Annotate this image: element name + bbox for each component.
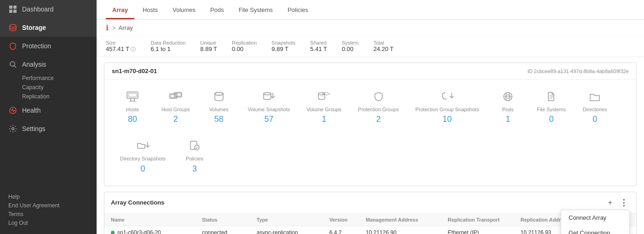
volumes-icon <box>213 91 224 104</box>
pg-snapshots-label: Protection Group Snapshots <box>415 106 479 113</box>
file-systems-icon <box>546 91 557 104</box>
terms-link[interactable]: Terms <box>8 211 88 217</box>
policies-label: Policies <box>186 155 203 162</box>
volume-snapshots-icon <box>263 91 276 104</box>
breadcrumb-icon: ℹ <box>106 23 109 32</box>
pods-icon <box>502 91 513 104</box>
icon-cell-volume-groups[interactable]: Volume Groups 1 <box>298 87 350 129</box>
sidebar-item-health-label: Health <box>22 107 40 114</box>
tab-file-systems[interactable]: File Systems <box>232 0 279 19</box>
connections-header: Array Connections + ⋮ Connect Array Get … <box>104 192 636 214</box>
sidebar-item-analysis[interactable]: Analysis <box>0 55 97 74</box>
sidebar-item-storage-label: Storage <box>22 24 46 31</box>
sidebar-item-protection-label: Protection <box>22 42 51 50</box>
col-header-type: Type <box>257 217 329 223</box>
connect-array-item[interactable]: Connect Array <box>561 210 629 225</box>
protection-icon <box>8 41 17 51</box>
sidebar-item-settings-label: Settings <box>22 125 46 132</box>
sidebar-sub-performance[interactable]: Performance <box>0 74 97 83</box>
analysis-icon <box>8 60 17 69</box>
summary-system-label: System <box>342 40 359 46</box>
help-link[interactable]: Help <box>8 194 88 200</box>
host-groups-label: Host Groups <box>161 106 190 113</box>
dir-snapshots-icon <box>137 141 150 154</box>
col-header-version: Version <box>329 217 366 223</box>
pg-snapshots-count: 10 <box>443 114 452 124</box>
add-connection-button[interactable]: + <box>606 198 614 208</box>
table-row[interactable]: sn1-c60r3-d06-20 connected async-replica… <box>104 226 636 234</box>
svg-rect-3 <box>13 10 17 13</box>
table-header: Name Status Type Version Management Addr… <box>104 214 636 226</box>
tab-array[interactable]: Array <box>106 0 134 19</box>
icon-cell-hosts[interactable]: Hosts 80 <box>112 87 153 129</box>
get-connection-key-item[interactable]: Get Connection Key <box>561 225 629 234</box>
breadcrumb-path: Array <box>119 24 133 31</box>
hosts-label: Hosts <box>126 106 139 113</box>
array-id: ID 2cbcee89-a131-497d-8b8a-4ab8a609f32e <box>528 68 629 74</box>
sidebar-item-protection[interactable]: Protection <box>0 37 97 55</box>
protection-groups-icon <box>373 91 384 104</box>
icon-cell-pg-snapshots[interactable]: Protection Group Snapshots 10 <box>407 87 487 129</box>
summary-repl-label: Replication <box>232 40 257 46</box>
icon-cell-directories[interactable]: Directories 0 <box>574 87 615 129</box>
hosts-icon <box>126 91 138 104</box>
sidebar-item-dashboard-label: Dashboard <box>22 6 54 13</box>
icon-cell-dir-snapshots[interactable]: Directory Snapshots 0 <box>112 136 174 178</box>
tab-volumes[interactable]: Volumes <box>166 0 202 19</box>
summary-unique-label: Unique <box>200 40 217 46</box>
tab-policies[interactable]: Policies <box>281 0 315 19</box>
directories-icon <box>589 91 600 104</box>
svg-point-8 <box>12 128 14 130</box>
summary-repl-value: 0.00 <box>232 46 243 52</box>
protection-groups-label: Protection Groups <box>358 106 399 113</box>
sidebar-sub-replication[interactable]: Replication <box>0 92 97 101</box>
tab-hosts[interactable]: Hosts <box>136 0 164 19</box>
icons-grid-2: Directory Snapshots 0 Policies 3 <box>104 136 636 185</box>
summary-bar: Size 457.41 T ⓘ Data Reduction 6.1 to 1 … <box>97 36 644 57</box>
size-info-icon[interactable]: ⓘ <box>131 46 136 52</box>
summary-snap-value: 9.89 T <box>271 46 288 52</box>
sidebar-item-storage[interactable]: Storage <box>0 18 97 37</box>
summary-size-label: Size <box>106 40 136 46</box>
row-type: async-replication <box>257 229 329 234</box>
volume-snapshots-count: 57 <box>264 114 274 124</box>
summary-system-value: 0.00 <box>342 46 353 52</box>
connections-actions: + ⋮ Connect Array Get Connection Key <box>606 197 630 209</box>
volumes-label: Volumes <box>209 106 229 113</box>
sidebar-sub-capacity[interactable]: Capacity <box>0 83 97 92</box>
summary-total-value: 24.20 T <box>374 46 394 52</box>
icon-cell-volumes[interactable]: Volumes 58 <box>198 87 240 129</box>
volumes-count: 58 <box>214 114 224 124</box>
volume-groups-icon <box>317 91 330 104</box>
sidebar: Dashboard Storage Protection Analysis Pe… <box>0 0 97 234</box>
eua-link[interactable]: End User Agreement <box>8 202 88 209</box>
more-options-button[interactable]: ⋮ <box>618 197 630 209</box>
row-version: 6.4.2 <box>329 229 366 234</box>
sidebar-bottom: Help End User Agreement Terms Log Out <box>0 188 97 234</box>
summary-total: Total 24.20 T <box>374 40 394 52</box>
logout-link[interactable]: Log Out <box>8 220 88 226</box>
tab-pods[interactable]: Pods <box>204 0 230 19</box>
row-status: connected <box>202 229 257 234</box>
directories-label: Directories <box>583 106 607 113</box>
tab-bar: Array Hosts Volumes Pods File Systems Po… <box>97 0 644 20</box>
icon-cell-protection-groups[interactable]: Protection Groups 2 <box>350 87 407 129</box>
svg-point-19 <box>215 92 223 95</box>
svg-point-5 <box>10 62 15 66</box>
sidebar-item-dashboard[interactable]: Dashboard <box>0 0 97 18</box>
icon-cell-pods[interactable]: Pods 1 <box>487 87 529 129</box>
summary-replication: Replication 0.00 <box>232 40 257 52</box>
sidebar-item-settings[interactable]: Settings <box>0 120 97 138</box>
row-name: sn1-c60r3-d06-20 <box>111 229 202 234</box>
connections-title: Array Connections <box>111 199 164 206</box>
row-repl-transport: Ethernet (IP) <box>448 229 520 234</box>
array-header: sn1-m70-d02-01 ID 2cbcee89-a131-497d-8b8… <box>104 63 636 80</box>
icon-cell-volume-snapshots[interactable]: Volume Snapshots 57 <box>240 87 299 129</box>
sidebar-item-health[interactable]: Health <box>0 101 97 120</box>
icon-cell-policies[interactable]: Policies 3 <box>174 136 215 178</box>
svg-line-6 <box>14 66 16 68</box>
array-name: sn1-m70-d02-01 <box>112 68 157 74</box>
file-systems-count: 0 <box>549 114 554 124</box>
icon-cell-file-systems[interactable]: File Systems 0 <box>529 87 574 129</box>
icon-cell-host-groups[interactable]: Host Groups 2 <box>153 87 198 129</box>
